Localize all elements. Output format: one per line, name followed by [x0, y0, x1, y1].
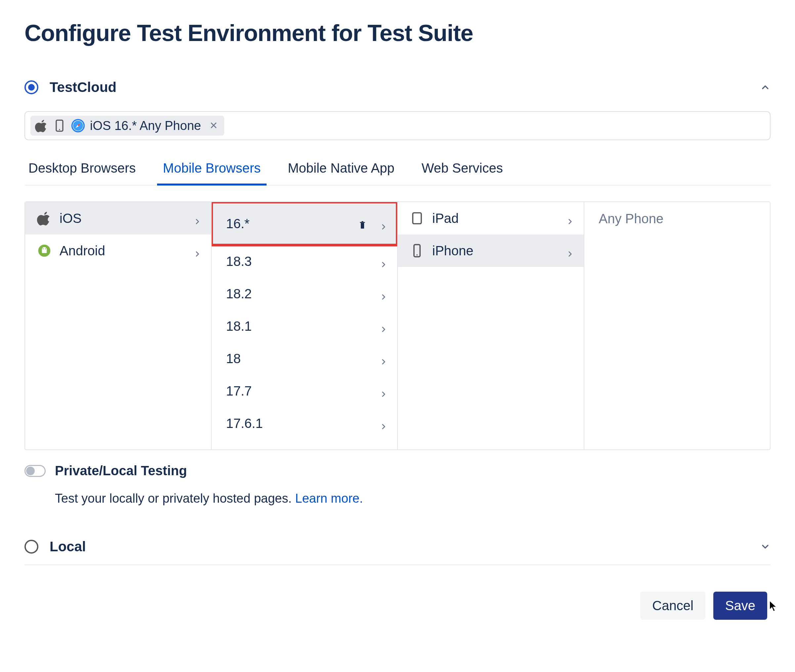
- environment-column-browser: iOS Android 16.*: [24, 202, 771, 450]
- device-type-item-iphone[interactable]: iPhone: [398, 234, 584, 267]
- device-type-column: iPad iPhone: [398, 202, 584, 450]
- chevron-right-icon: [193, 214, 202, 222]
- version-item-label: 18: [224, 351, 380, 366]
- safari-icon: [71, 118, 85, 133]
- svg-point-1: [59, 129, 60, 130]
- svg-rect-12: [413, 213, 421, 224]
- device-model-column: Any Phone: [584, 202, 770, 450]
- version-item-label: 17.7: [224, 384, 380, 398]
- version-item[interactable]: 17.7: [212, 375, 398, 407]
- android-icon: [37, 243, 51, 258]
- trash-icon[interactable]: [357, 218, 367, 229]
- version-item-label: 18.1: [224, 319, 380, 334]
- version-item-label: 18.2: [224, 286, 380, 301]
- section-local-label: Local: [50, 539, 760, 555]
- platform-item-label: Android: [59, 243, 193, 258]
- version-item[interactable]: 18: [212, 342, 398, 375]
- private-local-testing-label: Private/Local Testing: [55, 463, 187, 478]
- version-item-label: 18.3: [224, 254, 380, 269]
- device-model-any-phone[interactable]: Any Phone: [584, 202, 770, 235]
- svg-point-9: [45, 248, 46, 250]
- chevron-right-icon: [379, 290, 388, 298]
- radio-testcloud[interactable]: [24, 80, 38, 94]
- chevron-right-icon: [379, 419, 388, 427]
- version-item-label: 16.*: [224, 216, 358, 231]
- apple-icon: [37, 211, 51, 226]
- phone-icon: [53, 119, 66, 132]
- learn-more-link[interactable]: Learn more.: [295, 491, 363, 505]
- chevron-right-icon: [379, 219, 388, 228]
- dialog-footer: Cancel Save: [24, 592, 771, 620]
- save-button[interactable]: Save: [713, 592, 767, 620]
- version-item[interactable]: 18.2: [212, 277, 398, 310]
- tablet-icon: [410, 211, 424, 226]
- version-item[interactable]: 17.6.1: [212, 407, 398, 440]
- remove-chip-icon[interactable]: [209, 119, 218, 133]
- version-item[interactable]: 18.1: [212, 310, 398, 342]
- radio-local[interactable]: [24, 540, 38, 554]
- tab-mobile-browsers[interactable]: Mobile Browsers: [161, 154, 263, 185]
- selected-environments-bar[interactable]: iOS 16.* Any Phone: [24, 111, 771, 140]
- chevron-right-icon: [379, 354, 388, 363]
- platform-item-label: iOS: [59, 211, 193, 226]
- chevron-right-icon: [379, 322, 388, 330]
- svg-rect-10: [360, 222, 365, 223]
- phone-icon: [410, 243, 424, 258]
- device-type-label: iPhone: [432, 243, 566, 258]
- chevron-right-icon: [566, 246, 574, 255]
- version-item-label: 17.6.1: [224, 416, 380, 431]
- chevron-right-icon: [379, 387, 388, 395]
- private-local-testing-toggle[interactable]: [24, 465, 46, 477]
- svg-rect-11: [362, 221, 363, 222]
- chevron-down-icon[interactable]: [760, 541, 771, 552]
- device-type-label: iPad: [432, 211, 566, 226]
- browser-type-tabs: Desktop Browsers Mobile Browsers Mobile …: [24, 154, 771, 186]
- environment-chip[interactable]: iOS 16.* Any Phone: [30, 116, 224, 136]
- chevron-up-icon[interactable]: [760, 82, 771, 93]
- version-item[interactable]: 18.3: [212, 245, 398, 277]
- environment-chip-label: iOS 16.* Any Phone: [90, 119, 201, 133]
- device-type-item-ipad[interactable]: iPad: [398, 202, 584, 234]
- section-testcloud[interactable]: TestCloud: [24, 76, 771, 103]
- chevron-right-icon: [379, 257, 388, 266]
- tab-desktop-browsers[interactable]: Desktop Browsers: [26, 154, 138, 185]
- chevron-right-icon: [193, 246, 202, 255]
- platform-item-android[interactable]: Android: [25, 234, 211, 267]
- private-local-testing-desc: Test your locally or privately hosted pa…: [55, 491, 771, 506]
- svg-point-8: [43, 248, 44, 250]
- version-item-16-star[interactable]: 16.*: [212, 202, 398, 245]
- platform-item-ios[interactable]: iOS: [25, 202, 211, 234]
- tab-mobile-native-app[interactable]: Mobile Native App: [286, 154, 396, 185]
- section-testcloud-label: TestCloud: [50, 79, 760, 95]
- svg-point-14: [416, 254, 417, 256]
- platform-column: iOS Android: [25, 202, 212, 450]
- version-column: 16.* 18.3 18.2 18.1 18: [212, 202, 398, 450]
- tab-web-services[interactable]: Web Services: [420, 154, 505, 185]
- private-local-testing-row: Private/Local Testing: [24, 463, 771, 478]
- chevron-right-icon: [566, 214, 574, 222]
- apple-icon: [35, 119, 48, 132]
- page-title: Configure Test Environment for Test Suit…: [24, 20, 771, 46]
- section-local[interactable]: Local: [24, 539, 771, 565]
- cancel-button[interactable]: Cancel: [640, 592, 705, 620]
